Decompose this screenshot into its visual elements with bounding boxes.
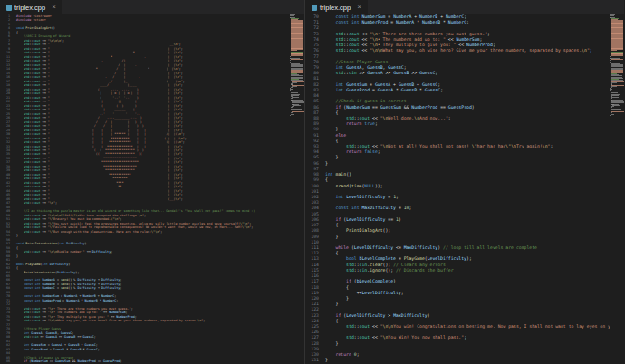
minimap-line bbox=[291, 59, 303, 60]
editor-group-right: triplex.cpp × 70717273747576777879808182… bbox=[305, 0, 624, 364]
code-line: if (NumberSum == GuessSum && NumberProd … bbox=[16, 359, 290, 363]
cpp-file-icon bbox=[312, 5, 317, 11]
code-line: std::cout << "\n\nWhat say you, oh wise … bbox=[325, 48, 610, 53]
minimap-right[interactable] bbox=[610, 14, 624, 364]
tab-triplex-left[interactable]: triplex.cpp × bbox=[0, 0, 63, 14]
minimap-line bbox=[291, 55, 303, 56]
editor-group-left: triplex.cpp × 12345678910111213141516171… bbox=[0, 0, 305, 364]
code-area-left[interactable]: #include <iostream>#include <ctime>void … bbox=[13, 14, 290, 364]
close-icon[interactable]: × bbox=[357, 4, 361, 11]
minimap-line bbox=[611, 111, 624, 112]
cpp-file-icon bbox=[6, 5, 12, 11]
tab-label-left: triplex.cpp bbox=[14, 4, 45, 12]
close-icon[interactable]: × bbox=[52, 4, 56, 11]
line-number: 86 bbox=[0, 359, 10, 363]
minimap-line bbox=[611, 97, 619, 98]
minimap-line bbox=[292, 111, 304, 112]
line-numbers-left[interactable]: 1234567891011121314151617181920212223242… bbox=[0, 14, 13, 364]
minimap-line bbox=[611, 59, 623, 60]
line-numbers-right[interactable]: 7071727374757677787980818283848586878889… bbox=[305, 14, 322, 364]
editor-left: 1234567891011121314151617181920212223242… bbox=[0, 14, 304, 364]
code-area-right[interactable]: const int NumberSum = NumberA + NumberB … bbox=[322, 14, 610, 364]
code-line: std::cout << "\n\nYou win! Congratulatio… bbox=[325, 324, 610, 330]
minimap-left[interactable] bbox=[290, 14, 304, 364]
minimap-line bbox=[292, 86, 297, 87]
code-line: } bbox=[325, 358, 610, 363]
line-number: 131 bbox=[305, 358, 319, 363]
minimap-line bbox=[611, 114, 614, 115]
minimap-line bbox=[291, 114, 294, 115]
code-editor-window: triplex.cpp × 12345678910111213141516171… bbox=[0, 0, 625, 364]
tab-label-right: triplex.cpp bbox=[320, 4, 351, 12]
tab-triplex-right[interactable]: triplex.cpp × bbox=[305, 0, 369, 14]
tab-bar-left: triplex.cpp × bbox=[0, 0, 304, 14]
minimap-line bbox=[611, 86, 617, 87]
tab-bar-right: triplex.cpp × bbox=[305, 0, 624, 14]
minimap-line bbox=[292, 97, 299, 98]
minimap-line bbox=[611, 87, 612, 88]
editor-right: 7071727374757677787980818283848586878889… bbox=[305, 14, 624, 364]
minimap-line bbox=[611, 55, 623, 56]
minimap-line bbox=[291, 87, 293, 88]
